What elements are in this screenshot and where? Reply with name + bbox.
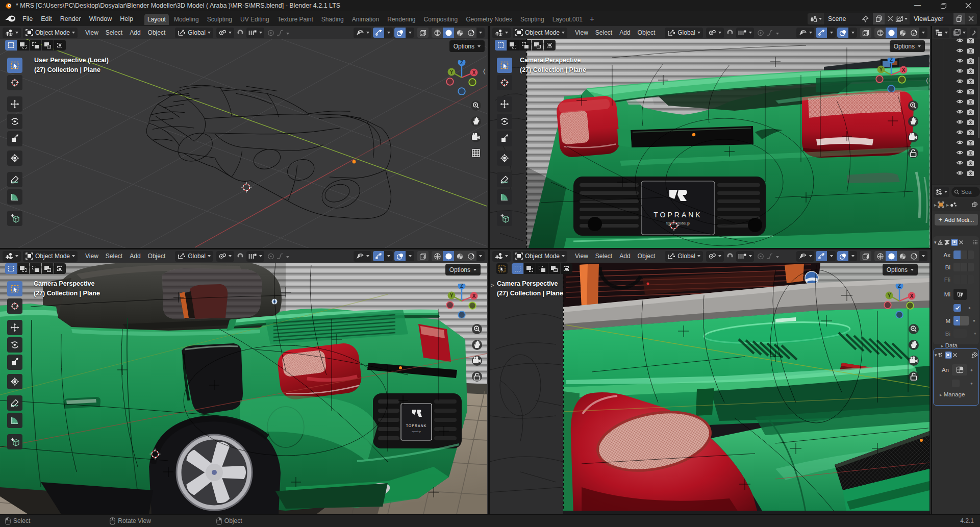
svg-text:toprank.jp: toprank.jp <box>412 430 421 433</box>
svg-text:X: X <box>910 293 914 299</box>
svg-text:X: X <box>472 70 476 76</box>
svg-text:Y: Y <box>888 293 891 298</box>
svg-text:Z: Z <box>898 284 901 289</box>
svg-text:Z: Z <box>890 58 893 63</box>
svg-text:Y: Y <box>880 67 883 72</box>
svg-text:Z: Z <box>460 60 463 65</box>
svg-text:Y: Y <box>450 293 454 298</box>
svg-text:TOPRANK: TOPRANK <box>654 211 702 219</box>
svg-text:X: X <box>902 67 906 73</box>
svg-text:Y: Y <box>450 69 454 75</box>
svg-text:X: X <box>472 293 476 299</box>
svg-text:TOPRANK: TOPRANK <box>406 424 427 428</box>
svg-text:Z: Z <box>460 284 463 289</box>
